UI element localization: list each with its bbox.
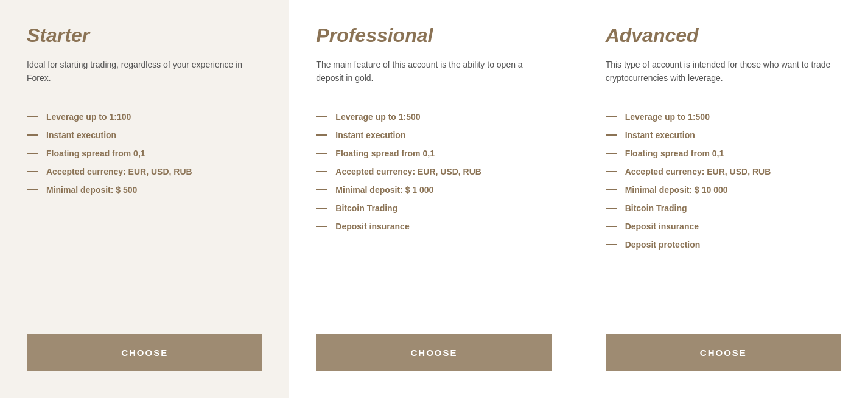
feature-text: Minimal deposit: $ 500 bbox=[46, 185, 137, 195]
feature-text: Bitcoin Trading bbox=[335, 203, 397, 213]
list-item: Floating spread from 0,1 bbox=[316, 144, 551, 162]
feature-dash-icon bbox=[606, 153, 617, 154]
list-item: Accepted currency: EUR, USD, RUB bbox=[606, 162, 841, 181]
list-item: Leverage up to 1:500 bbox=[606, 108, 841, 126]
feature-text: Leverage up to 1:100 bbox=[46, 112, 131, 122]
feature-dash-icon bbox=[606, 189, 617, 190]
list-item: Bitcoin Trading bbox=[606, 199, 841, 217]
list-item: Deposit insurance bbox=[606, 217, 841, 236]
cards-container: StarterIdeal for starting trading, regar… bbox=[0, 0, 868, 398]
list-item: Accepted currency: EUR, USD, RUB bbox=[316, 162, 551, 181]
professional-features-list: Leverage up to 1:500Instant executionFlo… bbox=[316, 108, 551, 310]
feature-text: Minimal deposit: $ 10 000 bbox=[625, 185, 728, 195]
feature-dash-icon bbox=[606, 134, 617, 136]
feature-text: Minimal deposit: $ 1 000 bbox=[335, 185, 433, 195]
feature-text: Deposit insurance bbox=[335, 222, 409, 231]
list-item: Instant execution bbox=[27, 126, 262, 144]
starter-description: Ideal for starting trading, regardless o… bbox=[27, 58, 262, 88]
feature-dash-icon bbox=[27, 134, 38, 136]
feature-text: Instant execution bbox=[46, 130, 116, 140]
feature-dash-icon bbox=[316, 189, 327, 190]
list-item: Leverage up to 1:500 bbox=[316, 108, 551, 126]
card-professional: ProfessionalThe main feature of this acc… bbox=[289, 0, 578, 398]
feature-dash-icon bbox=[606, 116, 617, 117]
professional-title: Professional bbox=[316, 24, 551, 47]
starter-title: Starter bbox=[27, 24, 262, 47]
feature-text: Floating spread from 0,1 bbox=[625, 148, 724, 158]
feature-dash-icon bbox=[27, 153, 38, 154]
list-item: Accepted currency: EUR, USD, RUB bbox=[27, 162, 262, 181]
professional-choose-button[interactable]: CHOOSE bbox=[316, 334, 551, 371]
feature-text: Accepted currency: EUR, USD, RUB bbox=[46, 167, 192, 176]
feature-text: Instant execution bbox=[625, 130, 695, 140]
list-item: Floating spread from 0,1 bbox=[606, 144, 841, 162]
feature-dash-icon bbox=[606, 208, 617, 209]
feature-text: Accepted currency: EUR, USD, RUB bbox=[335, 167, 481, 176]
card-starter: StarterIdeal for starting trading, regar… bbox=[0, 0, 289, 398]
list-item: Instant execution bbox=[606, 126, 841, 144]
list-item: Leverage up to 1:100 bbox=[27, 108, 262, 126]
feature-dash-icon bbox=[316, 171, 327, 172]
feature-dash-icon bbox=[27, 171, 38, 172]
list-item: Minimal deposit: $ 500 bbox=[27, 181, 262, 199]
list-item: Instant execution bbox=[316, 126, 551, 144]
starter-choose-button[interactable]: CHOOSE bbox=[27, 334, 262, 371]
feature-dash-icon bbox=[606, 171, 617, 172]
feature-text: Instant execution bbox=[335, 130, 405, 140]
list-item: Minimal deposit: $ 1 000 bbox=[316, 181, 551, 199]
feature-text: Accepted currency: EUR, USD, RUB bbox=[625, 167, 771, 176]
advanced-features-list: Leverage up to 1:500Instant executionFlo… bbox=[606, 108, 841, 310]
list-item: Deposit insurance bbox=[316, 217, 551, 236]
feature-dash-icon bbox=[316, 208, 327, 209]
feature-text: Leverage up to 1:500 bbox=[335, 112, 420, 122]
advanced-title: Advanced bbox=[606, 24, 841, 47]
feature-text: Bitcoin Trading bbox=[625, 203, 687, 213]
starter-features-list: Leverage up to 1:100Instant executionFlo… bbox=[27, 108, 262, 310]
feature-text: Deposit protection bbox=[625, 240, 701, 250]
feature-dash-icon bbox=[606, 244, 617, 245]
list-item: Floating spread from 0,1 bbox=[27, 144, 262, 162]
feature-dash-icon bbox=[316, 134, 327, 136]
card-advanced: AdvancedThis type of account is intended… bbox=[579, 0, 868, 398]
list-item: Minimal deposit: $ 10 000 bbox=[606, 181, 841, 199]
list-item: Bitcoin Trading bbox=[316, 199, 551, 217]
feature-text: Leverage up to 1:500 bbox=[625, 112, 710, 122]
feature-dash-icon bbox=[316, 116, 327, 117]
feature-dash-icon bbox=[27, 116, 38, 117]
advanced-choose-button[interactable]: CHOOSE bbox=[606, 334, 841, 371]
list-item: Deposit protection bbox=[606, 236, 841, 254]
feature-text: Floating spread from 0,1 bbox=[335, 148, 435, 158]
feature-dash-icon bbox=[316, 153, 327, 154]
professional-description: The main feature of this account is the … bbox=[316, 58, 551, 88]
feature-dash-icon bbox=[27, 189, 38, 190]
feature-dash-icon bbox=[606, 226, 617, 227]
feature-text: Deposit insurance bbox=[625, 222, 699, 231]
feature-dash-icon bbox=[316, 226, 327, 227]
feature-text: Floating spread from 0,1 bbox=[46, 148, 145, 158]
advanced-description: This type of account is intended for tho… bbox=[606, 58, 841, 88]
